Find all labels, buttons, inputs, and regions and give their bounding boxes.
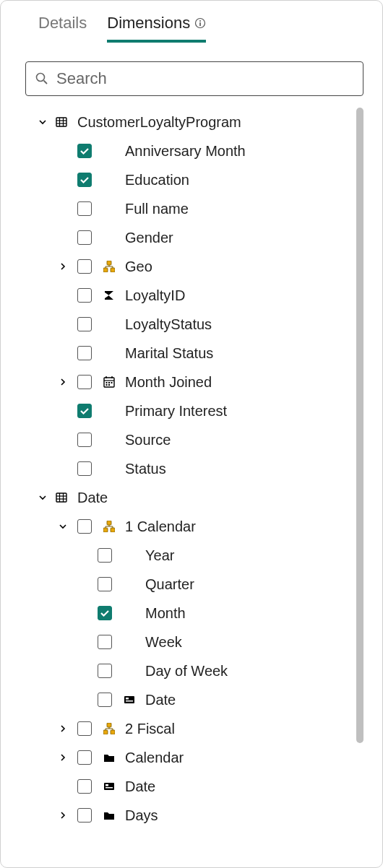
tree-label: Days — [125, 807, 158, 824]
tab-dimensions[interactable]: Dimensions — [107, 14, 206, 43]
checkbox[interactable] — [77, 404, 92, 418]
checkbox[interactable] — [77, 779, 92, 794]
tree-item-dow[interactable]: › Day of Week — [37, 656, 348, 685]
tree-label: Date — [77, 490, 108, 506]
tree-label: Geo — [125, 259, 152, 275]
dimensions-panel: Details Dimensions CustomerLoyaltyProgra… — [0, 0, 383, 868]
tree-label: Education — [125, 172, 189, 188]
field-tree: CustomerLoyaltyProgram › Anniversary Mon… — [14, 108, 375, 846]
tree-item-gender[interactable]: › Gender — [37, 223, 348, 252]
calendar-icon — [100, 376, 118, 389]
checkbox[interactable] — [98, 693, 112, 707]
checkbox[interactable] — [77, 288, 92, 303]
scrollbar[interactable] — [356, 108, 363, 743]
folder-icon — [100, 809, 118, 822]
tree-item-monthjoined[interactable]: Month Joined — [37, 368, 348, 396]
tree-label: Date — [145, 692, 176, 708]
tree-label: Year — [145, 547, 174, 564]
checkbox[interactable] — [77, 721, 92, 736]
search-container — [25, 61, 363, 96]
tree-label: LoyaltyID — [125, 287, 185, 304]
chevron-right-icon[interactable] — [57, 724, 69, 733]
tree-label: Full name — [125, 201, 189, 217]
search-icon — [35, 71, 49, 86]
checkbox[interactable] — [98, 548, 112, 563]
chevron-right-icon[interactable] — [57, 753, 69, 762]
chevron-down-icon[interactable] — [37, 493, 48, 502]
checkbox[interactable] — [77, 230, 92, 245]
tab-details[interactable]: Details — [38, 14, 87, 43]
tree-item-1calendar[interactable]: 1 Calendar — [37, 512, 348, 541]
tree-item-calendar[interactable]: Calendar — [37, 743, 348, 772]
tree-label: Month — [145, 605, 186, 622]
tree-label: Week — [145, 634, 182, 651]
tree-item-source[interactable]: › Source — [37, 425, 348, 454]
search-input[interactable] — [56, 69, 354, 88]
tree-label: Anniversary Month — [125, 143, 246, 160]
checkbox[interactable] — [77, 375, 92, 389]
tree-item-anniversary[interactable]: › Anniversary Month — [37, 136, 348, 165]
checkbox[interactable] — [77, 808, 92, 823]
tree-label: LoyaltyStatus — [125, 316, 212, 333]
chevron-down-icon[interactable] — [37, 118, 48, 126]
tree-label: Source — [125, 432, 171, 448]
checkbox[interactable] — [98, 635, 112, 649]
tree-item-education[interactable]: › Education — [37, 165, 348, 194]
tree-label: 2 Fiscal — [125, 721, 175, 737]
checkbox[interactable] — [77, 259, 92, 274]
tree-item-status[interactable]: › Status — [37, 454, 348, 483]
tree-label: CustomerLoyaltyProgram — [77, 114, 241, 131]
sigma-icon — [100, 289, 118, 302]
chevron-down-icon[interactable] — [57, 522, 69, 531]
tree-item-datefield[interactable]: › Date — [37, 772, 348, 801]
checkbox[interactable] — [77, 461, 92, 476]
tree-item-year[interactable]: › Year — [37, 541, 348, 570]
tree-item-days[interactable]: Days — [37, 801, 348, 830]
search-box[interactable] — [25, 61, 363, 96]
tree-item-priminterest[interactable]: › Primary Interest — [37, 396, 348, 425]
tree-item-fullname[interactable]: › Full name — [37, 194, 348, 223]
checkbox[interactable] — [77, 750, 92, 765]
card-icon — [121, 693, 138, 706]
chevron-right-icon[interactable] — [57, 262, 69, 271]
tree-item-cal1date[interactable]: › Date — [37, 685, 348, 714]
tree-table-clp[interactable]: CustomerLoyaltyProgram — [37, 108, 348, 136]
tree-label: Gender — [125, 230, 173, 246]
tab-details-label: Details — [38, 14, 87, 32]
chevron-right-icon[interactable] — [57, 811, 69, 820]
checkbox[interactable] — [77, 346, 92, 360]
checkbox[interactable] — [77, 519, 92, 534]
checkbox[interactable] — [77, 173, 92, 187]
checkbox[interactable] — [98, 606, 112, 620]
card-icon — [100, 780, 118, 793]
info-icon[interactable] — [194, 17, 206, 29]
checkbox[interactable] — [77, 144, 92, 158]
hierarchy-icon — [100, 261, 118, 272]
table-icon — [53, 116, 70, 129]
tree-item-week[interactable]: › Week — [37, 628, 348, 656]
checkbox[interactable] — [77, 317, 92, 331]
tree-item-2fiscal[interactable]: 2 Fiscal — [37, 714, 348, 743]
tree-label: 1 Calendar — [125, 518, 196, 535]
tree-label: Date — [125, 778, 155, 795]
checkbox[interactable] — [77, 433, 92, 447]
folder-icon — [100, 751, 118, 764]
checkbox[interactable] — [98, 664, 112, 678]
tree-item-quarter[interactable]: › Quarter — [37, 570, 348, 599]
tree-label: Status — [125, 461, 166, 477]
chevron-right-icon[interactable] — [57, 378, 69, 386]
tree-label: Month Joined — [125, 374, 212, 391]
checkbox[interactable] — [77, 201, 92, 216]
tree-item-loyaltyid[interactable]: › LoyaltyID — [37, 281, 348, 310]
tree-label: Calendar — [125, 750, 184, 766]
tree-label: Day of Week — [145, 663, 228, 680]
tree-item-marital[interactable]: › Marital Status — [37, 339, 348, 368]
tree-item-month[interactable]: › Month — [37, 599, 348, 628]
tree-table-date[interactable]: Date — [37, 483, 348, 512]
tree-label: Quarter — [145, 576, 194, 593]
tree-item-geo[interactable]: Geo — [37, 252, 348, 281]
tab-dimensions-label: Dimensions — [107, 14, 190, 32]
tree-item-loyaltystatus[interactable]: › LoyaltyStatus — [37, 310, 348, 339]
checkbox[interactable] — [98, 577, 112, 591]
hierarchy-icon — [100, 723, 118, 734]
